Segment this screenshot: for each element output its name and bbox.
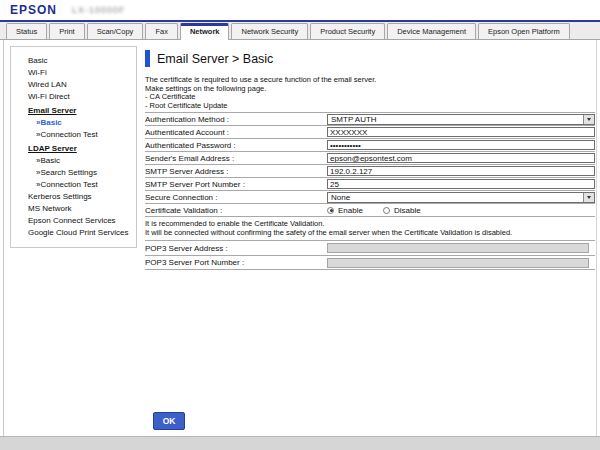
content-area: Basic Wi-Fi Wired LAN Wi-Fi Direct Email… bbox=[0, 40, 600, 437]
form-row-authenticated-account: Authenticated Account : bbox=[145, 125, 595, 138]
chevron-down-icon bbox=[587, 196, 591, 199]
printer-model-name: LX-10000F bbox=[72, 5, 126, 15]
sidebar-item-google-cloud-print-services[interactable]: Google Cloud Print Services bbox=[11, 227, 136, 239]
authenticated-password-input[interactable] bbox=[327, 140, 595, 150]
sidebar-item-ldap-connection-test[interactable]: »Connection Test bbox=[11, 179, 136, 191]
form-row-authenticated-password: Authenticated Password : bbox=[145, 138, 595, 151]
chevron-down-icon bbox=[587, 118, 591, 121]
sidebar-item-ldap-search-settings[interactable]: »Search Settings bbox=[11, 167, 136, 179]
smtp-server-address-input[interactable] bbox=[327, 166, 595, 176]
page-title: Email Server > Basic bbox=[157, 52, 273, 66]
certificate-validation-disable-label: Disable bbox=[394, 206, 421, 215]
pop3-server-port-number-input bbox=[327, 258, 589, 268]
certificate-validation-disable-radio[interactable] bbox=[383, 207, 390, 214]
form-row-senders-email-address: Sender's Email Address : bbox=[145, 151, 595, 164]
tab-device-management[interactable]: Device Management bbox=[387, 23, 476, 39]
sidebar-item-email-server-connection-test[interactable]: »Connection Test bbox=[11, 129, 136, 141]
sidebar-item-ms-network[interactable]: MS Network bbox=[11, 203, 136, 215]
epson-logo: EPSON bbox=[10, 3, 57, 17]
dropdown-button bbox=[583, 193, 594, 202]
intro-text: The certificate is required to use a sec… bbox=[145, 76, 595, 110]
main-tabbar: Status Print Scan/Copy Fax Network Netwo… bbox=[0, 22, 600, 40]
form-row-pop3-server-address: POP3 Server Address : bbox=[145, 240, 595, 255]
authentication-method-value: SMTP AUTH bbox=[331, 115, 377, 124]
authenticated-password-label: Authenticated Password : bbox=[145, 141, 327, 150]
tab-print[interactable]: Print bbox=[49, 23, 84, 39]
secure-connection-label: Secure Connection : bbox=[145, 193, 327, 202]
form-row-smtp-server-address: SMTP Server Address : bbox=[145, 164, 595, 177]
sidebar-item-email-server-basic[interactable]: »Basic bbox=[11, 117, 136, 129]
note-line: It will be connected without confirming … bbox=[145, 228, 595, 237]
content-right-edge bbox=[596, 40, 597, 436]
sidebar-item-ldap-basic[interactable]: »Basic bbox=[11, 155, 136, 167]
authenticated-account-label: Authenticated Account : bbox=[145, 128, 327, 137]
certificate-validation-enable-radio[interactable] bbox=[327, 207, 334, 214]
authentication-method-label: Authentication Method : bbox=[145, 115, 327, 124]
dropdown-button bbox=[583, 115, 594, 124]
title-accent-bar bbox=[145, 50, 150, 67]
tab-network-security[interactable]: Network Security bbox=[231, 23, 308, 39]
content-left-edge bbox=[3, 40, 4, 436]
tab-product-security[interactable]: Product Security bbox=[310, 23, 385, 39]
email-server-form: Authentication Method : SMTP AUTH Authen… bbox=[145, 112, 595, 270]
pop3-server-address-input bbox=[327, 243, 589, 253]
app-header: EPSON LX-10000F bbox=[0, 0, 600, 20]
secure-connection-select[interactable]: None bbox=[327, 192, 595, 203]
authenticated-account-input[interactable] bbox=[327, 127, 595, 137]
main-panel: Email Server > Basic The certificate is … bbox=[145, 40, 595, 270]
tab-status[interactable]: Status bbox=[6, 23, 47, 39]
certificate-validation-radio-group: Enable Disable bbox=[327, 206, 437, 215]
tab-fax[interactable]: Fax bbox=[145, 23, 178, 39]
pop3-server-address-label: POP3 Server Address : bbox=[145, 244, 327, 253]
certificate-validation-label: Certificate Validation : bbox=[145, 206, 327, 215]
network-sidebar: Basic Wi-Fi Wired LAN Wi-Fi Direct Email… bbox=[10, 46, 137, 248]
page-title-row: Email Server > Basic bbox=[145, 50, 595, 67]
pop3-server-port-number-label: POP3 Server Port Number : bbox=[145, 258, 327, 267]
page-bottom-strip bbox=[0, 437, 600, 450]
form-row-certificate-validation: Certificate Validation : Enable Disable bbox=[145, 203, 595, 216]
smtp-server-port-number-label: SMTP Server Port Number : bbox=[145, 180, 327, 189]
senders-email-address-input[interactable] bbox=[327, 153, 595, 163]
intro-line: - Root Certificate Update bbox=[145, 102, 595, 111]
sidebar-item-wired-lan[interactable]: Wired LAN bbox=[11, 79, 136, 91]
certificate-validation-note: It is recommended to enable the Certific… bbox=[145, 216, 595, 240]
tab-network[interactable]: Network bbox=[180, 23, 230, 40]
sidebar-section-ldap-server[interactable]: LDAP Server bbox=[11, 143, 136, 155]
form-row-authentication-method: Authentication Method : SMTP AUTH bbox=[145, 112, 595, 125]
smtp-server-address-label: SMTP Server Address : bbox=[145, 167, 327, 176]
ok-button[interactable]: OK bbox=[153, 412, 185, 430]
sidebar-item-epson-connect-services[interactable]: Epson Connect Services bbox=[11, 215, 136, 227]
sidebar-item-basic[interactable]: Basic bbox=[11, 55, 136, 67]
form-row-pop3-server-port-number: POP3 Server Port Number : bbox=[145, 255, 595, 270]
tab-scan-copy[interactable]: Scan/Copy bbox=[87, 23, 144, 39]
form-row-smtp-server-port-number: SMTP Server Port Number : bbox=[145, 177, 595, 190]
senders-email-address-label: Sender's Email Address : bbox=[145, 154, 327, 163]
sidebar-item-kerberos-settings[interactable]: Kerberos Settings bbox=[11, 191, 136, 203]
secure-connection-value: None bbox=[331, 193, 350, 202]
form-row-secure-connection: Secure Connection : None bbox=[145, 190, 595, 203]
certificate-validation-enable-label: Enable bbox=[338, 206, 363, 215]
sidebar-item-wifi-direct[interactable]: Wi-Fi Direct bbox=[11, 91, 136, 103]
note-line: It is recommended to enable the Certific… bbox=[145, 219, 595, 228]
sidebar-section-email-server[interactable]: Email Server bbox=[11, 105, 136, 117]
smtp-server-port-number-input[interactable] bbox=[327, 179, 595, 189]
sidebar-item-wifi[interactable]: Wi-Fi bbox=[11, 67, 136, 79]
tab-epson-open-platform[interactable]: Epson Open Platform bbox=[478, 23, 570, 39]
intro-line: Make settings on the following page. bbox=[145, 85, 595, 94]
authentication-method-select[interactable]: SMTP AUTH bbox=[327, 114, 595, 125]
